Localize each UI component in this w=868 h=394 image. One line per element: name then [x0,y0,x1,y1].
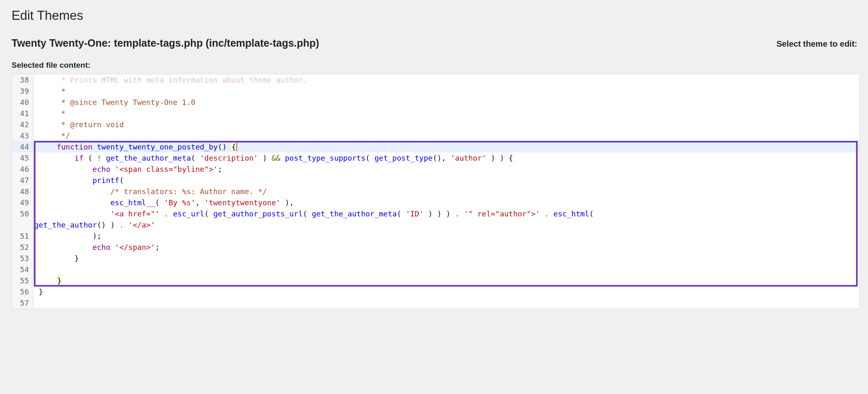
line-number: 38 [12,74,33,85]
code-token: . [164,209,168,218]
code-token: * @return void [34,120,124,129]
code-line-53[interactable]: 53 } [12,253,859,264]
code-line-49[interactable]: 49 esc_html__( 'By %s', 'twentytwentyone… [12,197,859,208]
code-line-46[interactable]: 46 echo '<span class="byline">'; [12,164,859,175]
code-line-43[interactable]: 43 */ [12,130,859,141]
code-content[interactable]: } [33,286,859,297]
code-token: ) ) { [486,154,513,162]
code-content[interactable]: function twenty_twenty_one_posted_by() { [33,141,859,152]
code-content[interactable] [33,297,859,309]
code-line-47[interactable]: 47 printf( [12,175,859,186]
code-token: ( [119,176,124,185]
code-content[interactable]: } [33,275,859,286]
code-line-56[interactable]: 56 } [12,286,859,297]
code-content[interactable]: */ [33,130,859,141]
code-token: ) [258,154,272,162]
code-line-44[interactable]: 44 function twenty_twenty_one_posted_by(… [12,141,859,152]
code-token: get_the_author_meta [106,154,191,162]
code-line-38[interactable]: 38 * Prints HTML with meta information a… [12,74,859,85]
code-token: . [455,209,460,218]
code-line-40[interactable]: 40 * @since Twenty Twenty-One 1.0 [12,97,859,108]
code-token: ( [204,209,213,218]
code-token: get_the_author [34,221,97,229]
code-token: , [195,198,204,207]
line-number: 42 [12,119,33,130]
code-line-48[interactable]: 48 /* translators: %s: Author name. */ [12,186,859,197]
code-content[interactable] [33,264,859,275]
code-content[interactable]: * [33,85,859,97]
selected-file-label: Selected file content: [12,61,860,70]
line-number: 56 [12,286,33,297]
code-content[interactable]: * [33,108,859,119]
code-editor-box: 38 * Prints HTML with meta information a… [12,74,860,309]
line-number: 40 [12,97,33,108]
code-token [34,209,110,218]
code-editor[interactable]: 38 * Prints HTML with meta information a… [12,74,859,309]
code-line-50[interactable]: 50 '<a href="' . esc_url( get_author_pos… [12,208,859,219]
code-token: get_post_type [375,154,433,162]
code-content[interactable]: printf( [33,175,859,186]
code-token: */ [34,131,70,140]
code-token: ! [97,154,102,162]
code-token: ) ) ) [424,209,455,218]
code-token: 'twentytwentyone' [204,198,280,207]
code-line-50-wrap[interactable]: get_the_author() ) . '</a>' [12,219,859,230]
theme-editor-page: Edit Themes Twenty Twenty-One: template-… [0,0,868,309]
line-number: 48 [12,186,33,197]
code-content[interactable]: * @since Twenty Twenty-One 1.0 [33,97,859,108]
code-content[interactable]: * @return void [33,119,859,130]
code-token [34,176,92,185]
line-number: 47 [12,175,33,186]
code-token [92,142,97,151]
code-token: esc_html [553,209,589,218]
code-line-51[interactable]: 51 ); [12,230,859,242]
code-content[interactable]: /* translators: %s: Author name. */ [33,186,859,197]
code-token: '</span>' [115,243,155,252]
code-content[interactable]: * Prints HTML with meta information abou… [33,74,859,85]
code-line-39[interactable]: 39 * [12,85,859,97]
code-token [110,243,115,252]
line-number: 50 [12,208,33,219]
code-content[interactable]: ); [33,230,859,242]
code-token: ( [155,198,164,207]
line-number: 51 [12,230,33,242]
code-line-41[interactable]: 41 * [12,108,859,119]
code-token: if [75,154,84,162]
code-token: ( [397,209,406,218]
code-content[interactable]: echo '<span class="byline">'; [33,164,859,175]
code-content[interactable]: get_the_author() ) . '</a>' [33,219,859,230]
code-content[interactable]: echo '</span>'; [33,242,859,253]
code-line-54[interactable]: 54 [12,264,859,275]
code-line-57[interactable]: 57 [12,297,859,309]
code-token: . [119,221,124,229]
select-theme-label: Select theme to edit: [776,39,860,49]
code-token: '</a>' [128,221,155,229]
code-token: '<span class="byline">' [115,165,218,173]
code-token: () [218,142,231,151]
line-number: 54 [12,264,33,275]
code-line-55[interactable]: 55 } [12,275,859,286]
code-token [168,209,173,218]
code-line-52[interactable]: 52 echo '</span>'; [12,242,859,253]
code-token [159,209,164,218]
code-content[interactable]: } [33,253,859,264]
editing-file-title: Twenty Twenty-One: template-tags.php (in… [12,37,319,49]
line-number: 39 [12,85,33,97]
code-content[interactable]: if ( ! get_the_author_meta( 'description… [33,152,859,164]
code-token: && [271,154,280,162]
code-token: ( [303,209,312,218]
code-token: post_type_supports [285,154,365,162]
code-token: ; [218,165,222,173]
code-token: echo [92,243,110,252]
code-token: ; [155,243,160,252]
code-line-42[interactable]: 42 * @return void [12,119,859,130]
code-token [34,165,92,173]
line-number: 43 [12,130,33,141]
code-token: /* translators: %s: Author name. */ [110,187,267,196]
code-content[interactable]: esc_html__( 'By %s', 'twentytwentyone' )… [33,197,859,208]
code-token: esc_html__ [110,198,155,207]
code-content[interactable]: '<a href="' . esc_url( get_author_posts_… [33,208,859,219]
code-token: '<a href="' [110,209,159,218]
code-line-45[interactable]: 45 if ( ! get_the_author_meta( 'descript… [12,152,859,164]
code-token: 'By %s' [164,198,195,207]
